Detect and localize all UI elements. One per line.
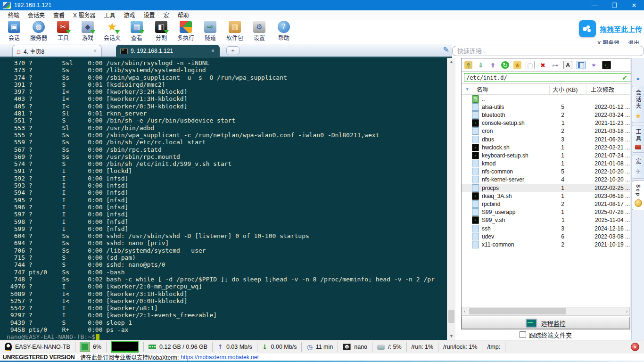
file-row[interactable]: dbus32021-06-28 ... (462, 135, 630, 143)
edit-pencil-icon[interactable]: ✎ (443, 45, 449, 54)
terminal-icon[interactable]: ›_ (602, 61, 611, 69)
tab-close-icon[interactable]: × (201, 48, 215, 54)
toolbar-button-查看[interactable]: ▦查看 (124, 19, 149, 41)
file-row[interactable]: ›S99_v.sh12025-11-04 ... (462, 216, 630, 224)
toolbar-button-帮助[interactable]: ?帮助 (272, 19, 296, 41)
file-row[interactable]: alsa-utils52022-01-12 ... (462, 103, 630, 111)
file-row[interactable]: kmod12021-01-08 ... (462, 160, 630, 168)
keys-icon[interactable]: ⊶ (551, 61, 559, 69)
toolbar-button-工具[interactable]: ✂工具 (51, 19, 75, 41)
menu-item-查看[interactable]: 查看 (49, 11, 69, 19)
terminal[interactable]: 370 ? Ssl 0:00 /usr/sbin/rsyslogd -n -iN… (0, 58, 447, 340)
file-list-hscrollbar[interactable]: ‹ › (462, 307, 630, 316)
close-button[interactable]: ✕ (624, 0, 644, 10)
status-segment[interactable]: ✕ (626, 342, 644, 352)
status-segment[interactable]: 6% (75, 342, 107, 352)
file-row[interactable]: nfs-kernel-server42022-10-20 ... (462, 176, 630, 184)
file-row[interactable]: rpcbind22021-08-17 ... (462, 200, 630, 208)
follow-terminal-folder[interactable]: 跟踪终端文件夹 (461, 329, 630, 340)
toolbar-button-软件包[interactable]: ▥软件包 (223, 19, 247, 41)
new-tab-button[interactable]: + (226, 46, 239, 55)
menu-item-宏[interactable]: 宏 (159, 11, 173, 19)
file-row[interactable]: ›keyboard-setup.sh12021-07-24 ... (462, 151, 630, 159)
new-folder-icon[interactable]: ★ (513, 61, 521, 69)
refresh-icon[interactable]: ↻ (501, 61, 509, 69)
new-file-icon[interactable]: ▢ (526, 61, 535, 69)
file-row[interactable]: cron22021-03-18 ... (462, 127, 630, 135)
file-row[interactable]: ssh32024-12-16 ... (462, 224, 630, 232)
upload-icon[interactable]: ⇧ (489, 61, 497, 69)
status-segment[interactable] (107, 342, 144, 352)
download-icon[interactable]: ⇩ (477, 61, 485, 69)
tab-close-icon[interactable]: × (83, 48, 97, 54)
status-segment[interactable]: ↓0.00 Mb/s (257, 342, 302, 352)
grid-view-icon[interactable] (577, 61, 586, 69)
scroll-right-icon[interactable]: › (624, 309, 629, 314)
status-segment[interactable]: /run: 1% (407, 342, 439, 352)
toolbar-button-隧道[interactable]: ⇨隧道 (198, 19, 223, 41)
status-segment[interactable]: ◷11 min (302, 342, 338, 352)
file-row[interactable]: x11-common22021-10-19 ... (462, 240, 630, 248)
scroll-down-icon[interactable]: ▼ (449, 332, 454, 340)
file-row[interactable]: ↰.. (462, 95, 630, 103)
menu-item-终端[interactable]: 终端 (4, 11, 24, 19)
hscroll-thumb[interactable] (469, 308, 566, 314)
file-row[interactable]: bluetooth22022-03-24 ... (462, 111, 630, 119)
scroll-left-icon[interactable]: ‹ (462, 309, 467, 314)
encoding-icon[interactable]: A (563, 61, 572, 69)
menu-item-帮助[interactable]: 帮助 (173, 11, 193, 19)
side-tab-工具[interactable]: 工具 (632, 125, 644, 153)
file-row[interactable]: ›rkaiq_3A.sh12023-06-18 ... (462, 192, 630, 200)
side-tab-Scp[interactable]: Scp (632, 181, 644, 210)
menu-item-设置[interactable]: 设置 (139, 11, 159, 19)
toolbar-button-服务器[interactable]: ◍服务器 (26, 19, 51, 41)
toolbar-button-会话夹[interactable]: ★会话夹 (100, 19, 124, 41)
toolbar-button-游戏[interactable]: ◆游戏 (75, 19, 100, 41)
file-modified-cell: 2021-08-17 ... (591, 201, 630, 207)
menu-item-会话夹[interactable]: 会话夹 (24, 11, 49, 19)
drag-drop-upload[interactable]: 拖拽至此上传 (579, 20, 642, 37)
follow-checkbox[interactable] (520, 331, 526, 338)
menu-item-游戏[interactable]: 游戏 (119, 11, 139, 19)
delete-icon[interactable]: ✖ (539, 61, 547, 69)
status-segment[interactable]: ☻nano (338, 342, 372, 352)
tab-4. 主页8[interactable]: ⌂4. 主页8× (12, 45, 102, 57)
menu-item-工具[interactable]: 工具 (99, 11, 119, 19)
tab-9. 192.168.1.121[interactable]: 9. 192.168.1.121× (116, 45, 220, 57)
toolbar-button-会话[interactable]: ▣会话 (2, 19, 26, 41)
file-row[interactable]: nfs-common52022-10-20 ... (462, 168, 630, 176)
scroll-up-icon[interactable]: ▲ (449, 58, 454, 66)
status-segment[interactable]: /: 5% (372, 342, 407, 352)
terminal-scrollbar[interactable]: ▲ ▼ (447, 58, 455, 340)
footer-link[interactable]: https://mobaxterm.mobatek.net (181, 354, 258, 361)
side-tab-会话夹[interactable]: 会话夹★ (632, 86, 644, 123)
scrollbar-thumb[interactable] (448, 310, 454, 323)
status-segment[interactable]: 0.12 GB / 0.96 GB (144, 342, 213, 352)
file-size-cell: 6 (558, 233, 591, 240)
collapse-panel-icon[interactable]: » (636, 75, 639, 82)
status-segment[interactable]: /tmp: (482, 342, 505, 352)
remote-monitor-button[interactable]: 远程监控 (462, 317, 630, 329)
path-input[interactable]: /etc/init.d/ (464, 73, 631, 82)
status-segment[interactable]: EASY-EAI-NANO-TB (0, 342, 75, 352)
wand-icon[interactable]: ✶ (590, 61, 598, 69)
column-size[interactable]: 大小 (KB) (550, 85, 587, 94)
parent-folder-icon[interactable]: ⇧ (464, 61, 472, 69)
status-segment[interactable]: /run/lock: 1% (438, 342, 482, 352)
toolbar-button-分割[interactable]: ◧分割 (149, 19, 173, 41)
quick-connect-input[interactable] (452, 46, 644, 56)
status-segment[interactable]: ↑0.03 Mb/s (213, 342, 257, 352)
file-row[interactable]: udev62022-03-08 ... (462, 232, 630, 240)
file-row[interactable]: S99_userapp12025-07-28 ... (462, 208, 630, 216)
column-name[interactable]: ▼名称 (462, 85, 550, 94)
side-tab-宏[interactable]: 宏✈ (632, 155, 644, 179)
file-row[interactable]: ›console-setup.sh12021-11-23 ... (462, 119, 630, 127)
toolbar-button-设置[interactable]: ⚙设置 (247, 19, 272, 41)
file-row[interactable]: procps12022-02-25 ... (462, 184, 630, 192)
file-row[interactable]: ›hwclock.sh12022-02-21 ... (462, 143, 630, 151)
column-modified[interactable]: 上次修改 (587, 85, 630, 94)
restore-button[interactable]: ❐ (604, 0, 624, 10)
toolbar-button-多执行[interactable]: 多执行 (173, 19, 198, 41)
minimize-button[interactable]: — (585, 0, 604, 10)
menu-item-X 服务器[interactable]: X 服务器 (69, 11, 99, 19)
